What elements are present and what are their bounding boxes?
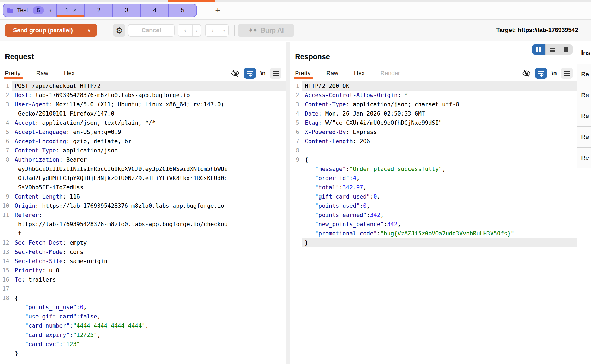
code-line[interactable]: } bbox=[0, 349, 286, 358]
word-wrap-toggle-button[interactable] bbox=[535, 68, 547, 79]
hide-matches-eye-slash-icon[interactable] bbox=[231, 69, 240, 78]
code-line[interactable]: 5Accept-Language: en-US,en;q=0.9 bbox=[0, 127, 286, 137]
settings-gear-button[interactable]: ⚙ bbox=[113, 24, 125, 37]
code-line[interactable]: 7Content-Length: 206 bbox=[290, 137, 577, 146]
code-line[interactable]: "card_cvc":"123" bbox=[0, 340, 286, 349]
tab-raw[interactable]: Raw bbox=[326, 68, 338, 79]
tab-group-header[interactable]: Test 5 ‹ bbox=[3, 4, 56, 17]
code-line[interactable]: "points_to_use":0, bbox=[0, 303, 286, 312]
code-line[interactable]: "order_id":4, bbox=[290, 174, 577, 183]
hide-matches-eye-slash-icon[interactable] bbox=[522, 69, 531, 78]
code-line[interactable]: 4Date: Mon, 26 Jan 2026 02:50:33 GMT bbox=[290, 109, 577, 118]
repeater-tab-5[interactable]: 5 bbox=[168, 4, 196, 17]
code-line[interactable]: Gecko/20100101 Firefox/147.0 bbox=[0, 109, 286, 118]
code-line[interactable]: 12Sec-Fetch-Dest: empty bbox=[0, 238, 286, 247]
cancel-button[interactable]: Cancel bbox=[128, 24, 175, 37]
code-line[interactable]: 6Accept-Encoding: gzip, deflate, br bbox=[0, 137, 286, 146]
editor-menu-icon[interactable] bbox=[561, 68, 573, 79]
layout-columns-button[interactable] bbox=[532, 44, 545, 55]
response-view-tabs: PrettyRawHexRender bbox=[295, 68, 400, 79]
code-line[interactable]: 7Content-Type: application/json bbox=[0, 146, 286, 155]
code-text: "message":"Order placed successfully", bbox=[302, 164, 577, 174]
inspector-section-3[interactable]: Re bbox=[577, 106, 591, 126]
tab-pretty[interactable]: Pretty bbox=[295, 68, 310, 79]
code-line[interactable]: 16Te: trailers bbox=[0, 275, 286, 284]
word-wrap-toggle-button[interactable] bbox=[244, 68, 256, 79]
code-line[interactable]: 11Referer: bbox=[0, 210, 286, 220]
code-line[interactable]: 17 bbox=[0, 284, 286, 293]
code-line[interactable]: "points_used":0, bbox=[290, 201, 577, 210]
code-line[interactable]: 18{ bbox=[0, 293, 286, 303]
request-editor[interactable]: 1POST /api/checkout HTTP/22Host: lab-176… bbox=[0, 81, 286, 364]
code-line[interactable]: 1HTTP/2 200 OK bbox=[290, 81, 577, 91]
code-line[interactable]: } bbox=[290, 238, 577, 247]
show-newlines-toggle[interactable]: \n bbox=[551, 70, 557, 77]
inspector-section-5[interactable]: Re bbox=[577, 147, 591, 168]
tab-hex[interactable]: Hex bbox=[64, 68, 74, 79]
back-dropdown-chevron-icon[interactable]: ∨ bbox=[192, 25, 201, 36]
folder-icon bbox=[7, 8, 14, 13]
tab-hex[interactable]: Hex bbox=[354, 68, 364, 79]
show-newlines-toggle[interactable]: \n bbox=[260, 70, 266, 77]
new-tab-button[interactable]: + bbox=[215, 5, 221, 15]
send-group-button[interactable]: Send group (parallel) ∨ bbox=[5, 24, 97, 37]
code-line[interactable]: 3Content-Type: application/json; charset… bbox=[290, 100, 577, 109]
tab-pretty[interactable]: Pretty bbox=[5, 68, 20, 79]
code-line[interactable]: 2Host: lab-1769395428376-m8zlo0.labs-app… bbox=[0, 91, 286, 100]
close-tab-icon[interactable]: × bbox=[73, 7, 77, 14]
code-line[interactable]: 13Sec-Fetch-Mode: cors bbox=[0, 247, 286, 257]
send-options-chevron-icon[interactable]: ∨ bbox=[81, 27, 97, 34]
inspector-section-1[interactable]: Re bbox=[577, 64, 591, 85]
code-line[interactable]: 6X-Powered-By: Express bbox=[290, 127, 577, 137]
code-text: "promotional_code":"bug{VzAZJi5z0oVOa2ud… bbox=[302, 229, 577, 238]
tab-render[interactable]: Render bbox=[381, 68, 400, 79]
repeater-tab-1[interactable]: 1× bbox=[56, 4, 84, 17]
code-line[interactable]: https://lab-1769395428376-m8zlo0.labs-ap… bbox=[0, 220, 286, 229]
repeater-tab-3[interactable]: 3 bbox=[112, 4, 140, 17]
repeater-toolbar: Send group (parallel) ∨ ⚙ Cancel ‹ ∨ › ∨… bbox=[0, 19, 591, 41]
code-text: "total":342.97, bbox=[302, 183, 577, 192]
code-line[interactable]: 8 bbox=[290, 146, 577, 155]
forward-dropdown-chevron-icon[interactable]: ∨ bbox=[220, 25, 228, 36]
code-line[interactable]: "card_expiry":"12/25", bbox=[0, 330, 286, 340]
code-line[interactable]: t bbox=[0, 229, 286, 238]
code-line[interactable]: "gift_card_used":0, bbox=[290, 192, 577, 201]
layout-rows-button[interactable] bbox=[545, 44, 559, 55]
tab-raw[interactable]: Raw bbox=[36, 68, 48, 79]
code-line[interactable]: 9Content-Length: 116 bbox=[0, 192, 286, 201]
code-line[interactable]: 14Sec-Fetch-Site: same-origin bbox=[0, 257, 286, 266]
panel-splitter[interactable] bbox=[286, 42, 290, 364]
code-line[interactable]: 8Authorization: Bearer bbox=[0, 155, 286, 164]
code-line[interactable]: "message":"Order placed successfully", bbox=[290, 164, 577, 174]
code-line[interactable]: "points_earned":342, bbox=[290, 210, 577, 220]
response-editor[interactable]: 1HTTP/2 200 OK2Access-Control-Allow-Orig… bbox=[290, 81, 577, 364]
code-line[interactable]: "total":342.97, bbox=[290, 183, 577, 192]
code-line[interactable]: "use_gift_card":false, bbox=[0, 312, 286, 321]
burp-ai-button[interactable]: ✦✦ Burp AI bbox=[238, 24, 294, 37]
code-line[interactable]: eyJhbGciOiJIUzI1NiIsInR5cCI6IkpXVCJ9.eyJ… bbox=[0, 164, 286, 174]
code-line[interactable]: 4Accept: application/json, text/plain, *… bbox=[0, 118, 286, 127]
code-line[interactable]: 10Origin: https://lab-1769395428376-m8zl… bbox=[0, 201, 286, 210]
inspector-section-2[interactable]: Re bbox=[577, 85, 591, 106]
code-line[interactable]: 1POST /api/checkout HTTP/2 bbox=[0, 81, 286, 91]
collapse-group-icon[interactable]: ‹ bbox=[49, 7, 52, 14]
code-text: SsVDhb5FF-iTqZedUss bbox=[12, 183, 286, 192]
layout-single-button[interactable] bbox=[559, 44, 573, 55]
code-line[interactable]: 5Etag: W/"ce-CXUr4i/mUQe9eQfhDCjNxe99dSI… bbox=[290, 118, 577, 127]
inspector-section-4[interactable]: Re bbox=[577, 126, 591, 147]
code-line[interactable]: "new_points_balance":342, bbox=[290, 220, 577, 229]
code-line[interactable]: "promotional_code":"bug{VzAZJi5z0oVOa2ud… bbox=[290, 229, 577, 238]
code-line[interactable]: 9{ bbox=[290, 155, 577, 164]
code-line[interactable]: 15Priority: u=0 bbox=[0, 266, 286, 275]
code-line[interactable]: "card_number":"4444 4444 4444 4444", bbox=[0, 321, 286, 330]
repeater-tab-4[interactable]: 4 bbox=[140, 4, 168, 17]
code-line[interactable]: SsVDhb5FF-iTqZedUss bbox=[0, 183, 286, 192]
line-number: 1 bbox=[290, 81, 302, 91]
forward-button[interactable]: › bbox=[206, 25, 220, 36]
code-line[interactable]: 3User-Agent: Mozilla/5.0 (X11; Ubuntu; L… bbox=[0, 100, 286, 109]
editor-menu-icon[interactable] bbox=[270, 68, 281, 79]
code-line[interactable]: OiJad2FydHMiLCJpYXQiOjE3NjkzOTU0NzZ9.eIF… bbox=[0, 174, 286, 183]
back-button[interactable]: ‹ bbox=[178, 25, 192, 36]
code-line[interactable]: 2Access-Control-Allow-Origin: * bbox=[290, 91, 577, 100]
repeater-tab-2[interactable]: 2 bbox=[84, 4, 112, 17]
